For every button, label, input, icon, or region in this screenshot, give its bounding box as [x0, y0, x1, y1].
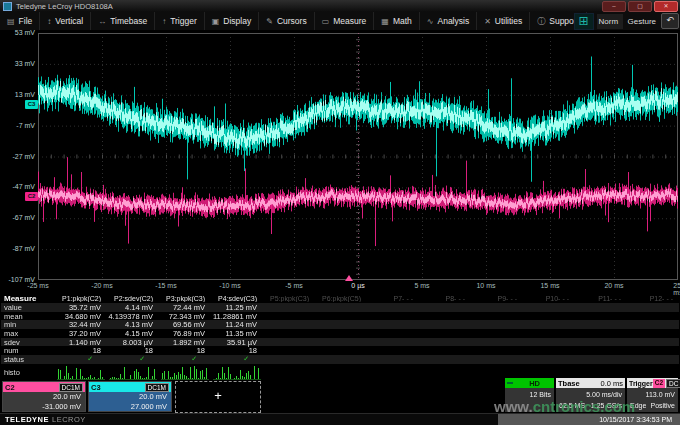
measure-cell: 11.28861 mV — [211, 312, 263, 321]
norm-indicator: Norm — [597, 14, 623, 29]
descriptor-row: C2 DC1M 20.0 mV -31.000 mV C3 DC1M 20.0 … — [0, 381, 680, 412]
voltage-tick-label: -47 mV — [0, 183, 35, 190]
trigger-box[interactable]: Trigger C2 DC 113.0 mV Edge Positive — [627, 378, 678, 412]
menu-item-math[interactable]: ▦Math — [374, 12, 419, 30]
trigger-level: 113.0 mV — [630, 389, 675, 400]
menu-item-analysis[interactable]: ∿Analysis — [420, 12, 477, 30]
utilities-icon: ✕ — [484, 17, 491, 26]
measure-col-header-p3[interactable]: P3:pkpk(C3) — [159, 295, 211, 302]
measure-col-header-p6[interactable]: P6:pkpk(C5) — [315, 295, 367, 302]
menu-item-measure[interactable]: ▭Measure — [315, 12, 375, 30]
measure-row-mean: mean34.680 mV4.139378 mV72.343 mV11.2886… — [1, 312, 679, 321]
undo-button[interactable]: ↶ — [661, 13, 679, 29]
measure-cell: 18 — [211, 346, 263, 355]
menu-label-vertical: Vertical — [55, 16, 83, 26]
voltage-tick-label: -7 mV — [0, 122, 35, 129]
measure-col-header-p5[interactable]: P5:pkpk(C3) — [263, 295, 315, 302]
waveform-canvas[interactable] — [38, 33, 678, 280]
time-tick-label: 15 ms — [540, 282, 559, 289]
measure-row-status: status✓✓✓✓ — [1, 355, 679, 364]
measure-header-row: MeasureP1:pkpk(C2)P2:sdev(C2)P3:pkpk(C3)… — [1, 293, 679, 303]
channel-descriptor-c2[interactable]: C2 DC1M 20.0 mV -31.000 mV — [2, 381, 86, 412]
measure-row-label: max — [1, 329, 55, 338]
histo-cell — [107, 365, 159, 381]
menu-item-trigger[interactable]: ↑Trigger — [155, 12, 205, 30]
analysis-icon: ∿ — [427, 17, 434, 26]
measure-row-label: sdev — [1, 338, 55, 347]
minimize-button[interactable]: – — [602, 1, 626, 12]
measure-cell: ✓ — [55, 355, 107, 363]
close-button[interactable]: ✕ — [654, 1, 678, 12]
channel-c3-offset: 27.000 mV — [89, 402, 167, 412]
time-tick-label: 10 ms — [476, 282, 495, 289]
grid-mode-button[interactable]: ⊞ — [574, 13, 594, 30]
measure-col-header-p1[interactable]: P1:pkpk(C2) — [55, 295, 107, 302]
waveform-plot: 53 mV33 mV13 mV-7 mV-27 mV-47 mV-67 mV-8… — [0, 30, 680, 293]
measure-col-header-p11[interactable]: P11- - - — [575, 295, 627, 302]
measure-cell: 4.15 mV — [107, 329, 159, 338]
file-icon: ▤ — [7, 17, 15, 26]
channel-c2-offset: -31.000 mV — [3, 402, 81, 412]
timebase-header: Tbase 0.0 ms — [556, 378, 625, 388]
measure-row-label: histo — [1, 368, 55, 377]
measure-row-label: mean — [1, 312, 55, 321]
histogram-p4 — [213, 365, 261, 381]
vertical-icon: ↕ — [47, 17, 51, 26]
timebase-delay: 0.0 ms — [600, 379, 623, 388]
menu-label-utilities: Utilities — [495, 16, 522, 26]
maximize-button[interactable]: ▢ — [628, 1, 652, 12]
timebase-rate: 1.25 GS/s — [591, 400, 622, 411]
measure-cell: ✓ — [107, 355, 159, 363]
timebase-scale: 5.00 ms/div — [559, 389, 622, 400]
timebase-label: Tbase — [558, 379, 580, 388]
menu-item-display[interactable]: ▣Display — [205, 12, 259, 30]
time-tick-label: -20 ms — [91, 282, 112, 289]
measure-cell: 37.20 mV — [55, 329, 107, 338]
trigger-time-marker[interactable] — [345, 275, 353, 281]
menu-label-display: Display — [223, 16, 251, 26]
measure-col-header-p4[interactable]: P4:sdev(C3) — [211, 295, 263, 302]
menu-item-vertical[interactable]: ↕Vertical — [40, 12, 91, 30]
channel-c3-coupling-badge: DC1M — [145, 383, 169, 392]
measure-col-header-p2[interactable]: P2:sdev(C2) — [107, 295, 159, 302]
channel-descriptor-c3[interactable]: C3 DC1M 20.0 mV 27.000 mV — [88, 381, 172, 412]
channel-c2-vdiv: 20.0 mV — [3, 392, 81, 402]
measure-cell: 18 — [159, 346, 211, 355]
add-channel-button[interactable]: + — [175, 381, 261, 413]
measure-col-header-p8[interactable]: P8- - - — [419, 295, 471, 302]
footer-bar: TELEDYNELECROY 10/15/2017 3:34:53 PM — [0, 413, 680, 425]
channel-c2-coupling-badge: DC1M — [59, 383, 83, 392]
hd-body: 12 Bits — [505, 388, 554, 412]
voltage-tick-label: -87 mV — [0, 245, 35, 252]
measure-col-header-p12[interactable]: P12- - - — [627, 295, 679, 302]
measure-col-header-p10[interactable]: P10- - - — [523, 295, 575, 302]
channel-marker-c3[interactable]: C3 — [25, 100, 38, 109]
hd-header: HD — [505, 378, 554, 388]
menu-item-file[interactable]: ▤File — [0, 12, 40, 30]
measure-cell: 18 — [107, 346, 159, 355]
hd-bits: 12 Bits — [508, 389, 551, 400]
hd-mode-box[interactable]: HD 12 Bits — [505, 378, 554, 412]
measure-cell: 4.14 mV — [107, 303, 159, 312]
channel-c3-vdiv: 20.0 mV — [89, 392, 167, 402]
menu-item-cursors[interactable]: ✎Cursors — [259, 12, 314, 30]
timebase-box[interactable]: Tbase 0.0 ms 5.00 ms/div 62.5 MS 1.25 GS… — [556, 378, 625, 412]
time-tick-label: 20 ms — [604, 282, 623, 289]
measure-col-header-p7[interactable]: P7- - - — [367, 295, 419, 302]
channel-marker-c2[interactable]: C2 — [25, 192, 38, 201]
menu-item-timebase[interactable]: ↔Timebase — [91, 12, 155, 30]
measure-col-header-p9[interactable]: P9- - - — [471, 295, 523, 302]
gesture-toggle[interactable]: Gesture — [626, 17, 658, 26]
time-tick-label: 0 µs — [351, 282, 364, 289]
measure-cell: ✓ — [211, 355, 263, 363]
measure-cell: 35.91 µV — [211, 338, 263, 347]
time-tick-label: -25 ms — [27, 282, 48, 289]
menu-items: ▤File↕Vertical↔Timebase↑Trigger▣Display✎… — [0, 12, 587, 30]
brand-lecroy: LECROY — [52, 415, 86, 424]
menu-item-utilities[interactable]: ✕Utilities — [477, 12, 530, 30]
channel-c2-id: C2 — [5, 383, 15, 392]
channel-c2-header: C2 DC1M — [3, 382, 85, 392]
measure-cell: 69.56 mV — [159, 320, 211, 329]
voltage-tick-label: 13 mV — [0, 91, 35, 98]
measure-row-value: value35.72 mV4.14 mV72.44 mV11.25 mV — [1, 303, 679, 312]
